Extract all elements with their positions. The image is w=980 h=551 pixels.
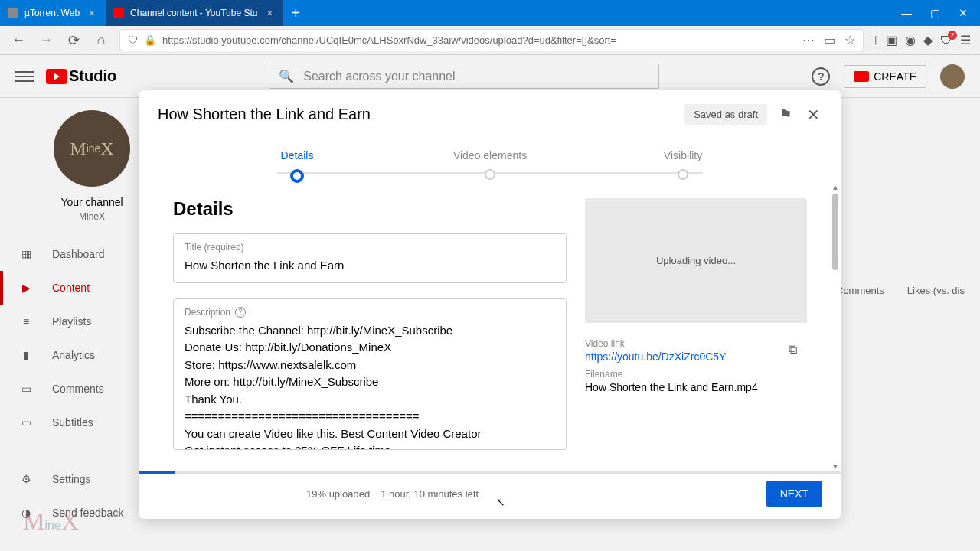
upload-modal: How Shorten the Link and Earn Saved as d… (139, 90, 841, 519)
step-details[interactable]: Details (201, 149, 394, 183)
url-field[interactable]: 🛡 🔒 https://studio.youtube.com/channel/U… (119, 29, 864, 51)
upload-progress (139, 471, 841, 474)
next-button[interactable]: NEXT (766, 481, 822, 507)
extension-icons: ⦀ ▣ ◉ ◆ 🛡 ☰ (873, 33, 971, 47)
menu-icon[interactable]: ☰ (960, 33, 971, 47)
modal-title: How Shorten the Link and Earn (158, 106, 675, 123)
scrollbar[interactable]: ▲ ▼ (831, 183, 839, 471)
shield-icon[interactable]: 🛡 (128, 34, 138, 46)
tab-title: Channel content - YouTube Stu (130, 8, 257, 18)
cursor-icon: ↖ (496, 496, 505, 508)
close-tab-icon[interactable]: × (263, 7, 276, 19)
more-icon[interactable]: ⋯ (802, 33, 815, 47)
details-heading: Details (173, 198, 567, 220)
url-text: https://studio.youtube.com/channel/UCqIE… (162, 34, 796, 46)
copy-icon[interactable]: ⧉ (789, 343, 807, 361)
scroll-thumb[interactable] (832, 194, 838, 270)
forward-button[interactable]: → (37, 31, 55, 50)
ext-icon[interactable]: ◆ (923, 33, 933, 47)
watermark: MineX (23, 507, 79, 536)
new-tab-button[interactable]: + (283, 5, 308, 22)
ext-badge-icon[interactable]: 🛡 (940, 34, 952, 47)
draft-badge: Saved as draft (684, 104, 767, 125)
lock-icon: 🔒 (144, 34, 156, 46)
bookmark-icon[interactable]: ☆ (844, 33, 855, 47)
description-field[interactable]: Description? Subscribe the Channel: http… (173, 298, 567, 450)
step-dot-icon (290, 169, 304, 183)
browser-tab[interactable]: Channel content - YouTube Stu × (106, 0, 283, 26)
library-icon[interactable]: ⦀ (873, 34, 878, 47)
maximize-icon[interactable]: ▢ (930, 7, 940, 19)
tab-favicon-icon (113, 8, 124, 18)
reader-icon[interactable]: ▭ (824, 33, 835, 47)
description-input[interactable]: Subscribe the Channel: http://bit.ly/Min… (185, 322, 555, 450)
step-label: Visibility (664, 149, 702, 161)
preview-text: Uploading video... (656, 255, 736, 266)
back-button[interactable]: ← (9, 31, 28, 50)
filename-value: How Shorten the Link and Earn.mp4 (585, 381, 807, 393)
close-icon[interactable]: ✕ (804, 106, 822, 124)
upload-time: 1 hour, 10 minutes left (381, 488, 479, 500)
title-input[interactable]: How Shorten the Link and Earn (185, 257, 555, 275)
browser-tab[interactable]: µTorrent Web × (0, 0, 106, 26)
filename-label: Filename (585, 369, 807, 380)
description-label: Description? (185, 307, 555, 318)
feedback-icon[interactable]: ⚑ (776, 106, 795, 124)
minimize-icon[interactable]: — (901, 7, 912, 19)
tab-title: µTorrent Web (24, 8, 80, 18)
step-video-elements[interactable]: Video elements (394, 149, 586, 183)
modal-footer: 19% uploaded 1 hour, 10 minutes left NEX… (139, 471, 841, 519)
scroll-up-icon[interactable]: ▲ (831, 183, 839, 192)
close-icon[interactable]: ✕ (959, 7, 968, 19)
title-label: Title (required) (185, 242, 555, 253)
ext-icon[interactable]: ◉ (905, 33, 916, 47)
browser-tab-bar: µTorrent Web × Channel content - YouTube… (0, 0, 980, 26)
step-label: Video elements (453, 149, 527, 161)
video-link[interactable]: https://youtu.be/DzXiZrc0C5Y (585, 350, 779, 363)
url-bar: ← → ⟳ ⌂ 🛡 🔒 https://studio.youtube.com/c… (0, 26, 980, 55)
close-tab-icon[interactable]: × (86, 7, 98, 19)
home-button[interactable]: ⌂ (92, 31, 110, 50)
video-link-label: Video link (585, 338, 779, 349)
title-field[interactable]: Title (required) How Shorten the Link an… (173, 233, 567, 283)
help-icon[interactable]: ? (235, 307, 246, 318)
scroll-down-icon[interactable]: ▼ (831, 462, 839, 471)
sidebar-icon[interactable]: ▣ (886, 33, 897, 47)
reload-button[interactable]: ⟳ (64, 31, 83, 50)
step-visibility[interactable]: Visibility (586, 149, 779, 183)
modal-header: How Shorten the Link and Earn Saved as d… (139, 90, 841, 139)
stepper: Details Video elements Visibility (139, 139, 841, 183)
window-controls: — ▢ ✕ (889, 7, 980, 19)
modal-body: Details Title (required) How Shorten the… (139, 183, 841, 471)
video-preview: Uploading video... (585, 198, 807, 323)
upload-percent: 19% uploaded (306, 488, 370, 500)
tab-favicon-icon (8, 8, 18, 18)
step-dot-icon (678, 169, 688, 180)
step-label: Details (281, 149, 314, 161)
step-dot-icon (485, 169, 495, 180)
